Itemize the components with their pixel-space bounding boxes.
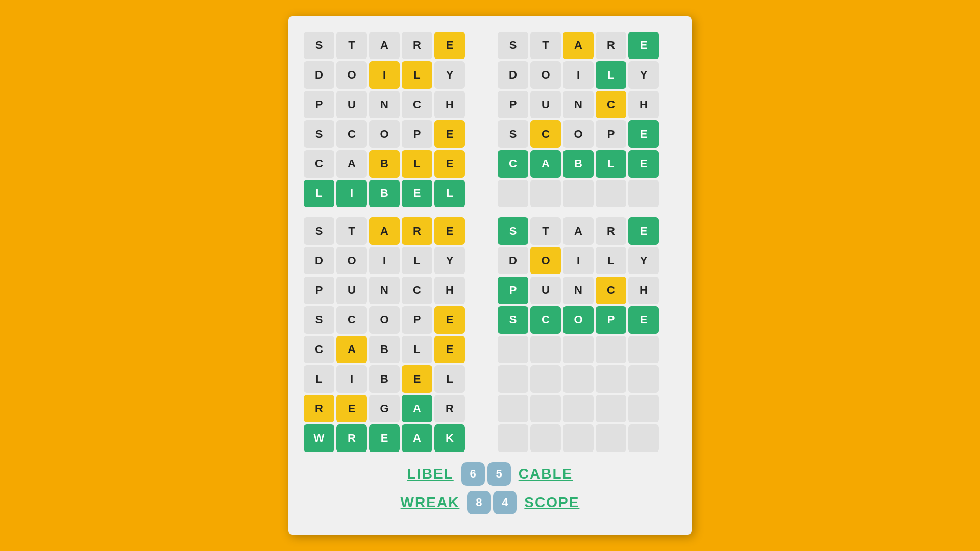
cell-p: P (596, 306, 626, 334)
cell-o: O (530, 247, 561, 274)
cell-c: C (596, 91, 626, 118)
grid-row: STARE (498, 217, 676, 245)
cell-c: C (336, 306, 367, 334)
bottom-section: LIBEL65CABLEWREAK84SCOPE (304, 462, 676, 514)
empty-row (498, 424, 676, 452)
cell-e: E (628, 32, 659, 59)
cell-p: P (402, 120, 432, 148)
cell-c: C (498, 150, 528, 178)
cell-o: O (530, 61, 561, 89)
grid-row: SCOPE (498, 120, 676, 148)
empty-cell (596, 336, 626, 363)
cell-e: E (434, 150, 465, 178)
cell-i: I (563, 61, 594, 89)
cell-k: K (434, 424, 465, 452)
word-label-left: LIBEL (407, 466, 454, 482)
empty-row (498, 395, 676, 422)
grid-row: PUNCH (498, 277, 676, 304)
cell-l: L (402, 61, 432, 89)
cell-b: B (369, 150, 400, 178)
cell-p: P (402, 306, 432, 334)
cell-r: R (596, 32, 626, 59)
cell-a: A (563, 217, 594, 245)
cell-a: A (369, 32, 400, 59)
empty-cell (628, 365, 659, 393)
grid-row: STARE (304, 217, 482, 245)
cell-h: H (434, 91, 465, 118)
cell-e: E (336, 395, 367, 422)
grids-container: STAREDOILYPUNCHSCOPECABLELIBELSTAREDOILY… (304, 32, 676, 452)
cell-d: D (498, 61, 528, 89)
cell-p: P (498, 277, 528, 304)
cell-t: T (530, 217, 561, 245)
cell-e: E (628, 306, 659, 334)
word-label-right: SCOPE (524, 494, 579, 511)
grid-row: LIBEL (304, 365, 482, 393)
cell-l: L (402, 247, 432, 274)
cell-r: R (402, 217, 432, 245)
empty-cell (628, 180, 659, 207)
cell-a: A (336, 150, 367, 178)
cell-u: U (336, 277, 367, 304)
cell-c: C (530, 120, 561, 148)
cell-l: L (596, 247, 626, 274)
cell-g: G (369, 395, 400, 422)
cell-e: E (628, 150, 659, 178)
grid-row: WREAK (304, 424, 482, 452)
cell-t: T (336, 217, 367, 245)
cell-l: L (434, 180, 465, 207)
cell-y: Y (434, 247, 465, 274)
cell-t: T (530, 32, 561, 59)
cell-s: S (498, 217, 528, 245)
cell-o: O (369, 120, 400, 148)
cell-n: N (563, 277, 594, 304)
cell-l: L (596, 150, 626, 178)
score-badges: 65 (461, 462, 511, 486)
empty-cell (628, 395, 659, 422)
cell-d: D (304, 61, 334, 89)
cell-c: C (402, 91, 432, 118)
cell-s: S (304, 217, 334, 245)
empty-row (498, 336, 676, 363)
grid-row: SCOPE (304, 306, 482, 334)
cell-r: R (402, 32, 432, 59)
grid-row: DOILY (304, 61, 482, 89)
grid-top-right: STAREDOILYPUNCHSCOPECABLE (498, 32, 676, 207)
cell-l: L (402, 150, 432, 178)
grid-row: REGAR (304, 395, 482, 422)
empty-cell (563, 395, 594, 422)
empty-cell (530, 395, 561, 422)
empty-cell (628, 336, 659, 363)
cell-l: L (596, 61, 626, 89)
cell-i: I (369, 61, 400, 89)
cell-s: S (498, 306, 528, 334)
empty-cell (498, 365, 528, 393)
cell-l: L (402, 336, 432, 363)
cell-e: E (434, 120, 465, 148)
grid-row: DOILY (498, 61, 676, 89)
empty-cell (628, 424, 659, 452)
cell-o: O (563, 306, 594, 334)
grid-row: DOILY (304, 247, 482, 274)
cell-e: E (402, 365, 432, 393)
cell-c: C (304, 150, 334, 178)
cell-e: E (628, 217, 659, 245)
empty-cell (563, 365, 594, 393)
cell-u: U (530, 277, 561, 304)
cell-e: E (434, 217, 465, 245)
cell-i: I (336, 365, 367, 393)
empty-row (498, 365, 676, 393)
cell-o: O (336, 247, 367, 274)
cell-a: A (369, 217, 400, 245)
score-badge-2: 5 (487, 462, 511, 486)
cell-c: C (336, 120, 367, 148)
empty-cell (498, 395, 528, 422)
grid-row: LIBEL (304, 180, 482, 207)
empty-cell (498, 180, 528, 207)
cell-e: E (434, 32, 465, 59)
score-badge-2: 4 (493, 491, 517, 514)
cell-b: B (369, 365, 400, 393)
grid-row: DOILY (498, 247, 676, 274)
score-badges: 84 (467, 491, 517, 514)
grid-row: STARE (498, 32, 676, 59)
